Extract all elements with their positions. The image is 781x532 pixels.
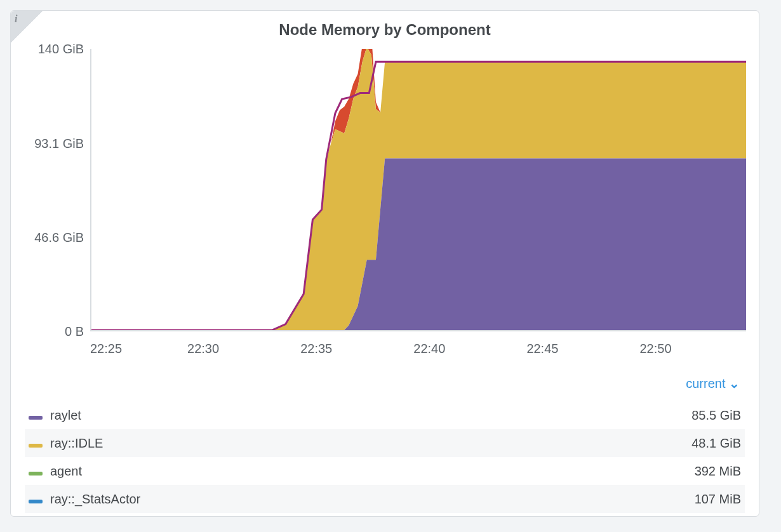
x-tick-label: 22:50 <box>639 342 671 356</box>
value-mode-dropdown[interactable]: current ⌄ <box>686 376 740 391</box>
x-tick-label: 22:45 <box>526 342 558 356</box>
y-axis-labels: 140 GiB93.1 GiB46.6 GiB0 B <box>23 49 90 366</box>
x-tick-label: 22:40 <box>413 342 445 356</box>
legend-row[interactable]: ray::_StatsActor107 MiB <box>25 485 745 513</box>
legend-row[interactable]: raylet85.5 GiB <box>25 401 745 429</box>
legend-series-name: ray::IDLE <box>46 429 488 457</box>
y-tick-label: 140 GiB <box>38 42 84 57</box>
legend-current-value: 392 MiB <box>488 457 745 485</box>
x-axis-labels: 22:2522:3022:3522:4022:4522:50 <box>90 338 746 366</box>
x-tick-label: 22:35 <box>300 342 332 356</box>
legend-row[interactable]: ray::IDLE48.1 GiB <box>25 429 745 457</box>
legend-current-value: 85.5 GiB <box>488 401 745 429</box>
x-tick-label: 22:25 <box>90 342 122 356</box>
x-tick-label: 22:30 <box>187 342 219 356</box>
legend-current-value: 107 MiB <box>488 485 745 513</box>
dropdown-label: current <box>686 376 725 390</box>
legend-series-name: ray::_StatsActor <box>46 485 488 513</box>
chevron-down-icon: ⌄ <box>729 376 740 390</box>
info-icon[interactable]: i <box>11 11 43 43</box>
legend-swatch <box>25 485 46 513</box>
y-tick-label: 46.6 GiB <box>34 230 84 244</box>
legend-swatch <box>25 401 46 429</box>
y-tick-label: 0 B <box>65 324 84 339</box>
y-tick-label: 93.1 GiB <box>34 136 84 151</box>
legend-row[interactable]: agent392 MiB <box>25 457 745 485</box>
panel-node-memory: i Node Memory by Component 140 GiB93.1 G… <box>10 10 759 517</box>
plot-area[interactable] <box>90 49 746 331</box>
legend-swatch <box>25 457 46 485</box>
legend-table: raylet85.5 GiBray::IDLE48.1 GiBagent392 … <box>25 401 745 513</box>
panel-title: Node Memory by Component <box>11 11 759 39</box>
chart: 140 GiB93.1 GiB46.6 GiB0 B 22:2522:3022:… <box>23 49 746 366</box>
area-raylet <box>91 158 746 330</box>
legend-series-name: agent <box>46 457 488 485</box>
legend-series-name: raylet <box>46 401 488 429</box>
legend-current-value: 48.1 GiB <box>488 429 745 457</box>
legend-swatch <box>25 429 46 457</box>
